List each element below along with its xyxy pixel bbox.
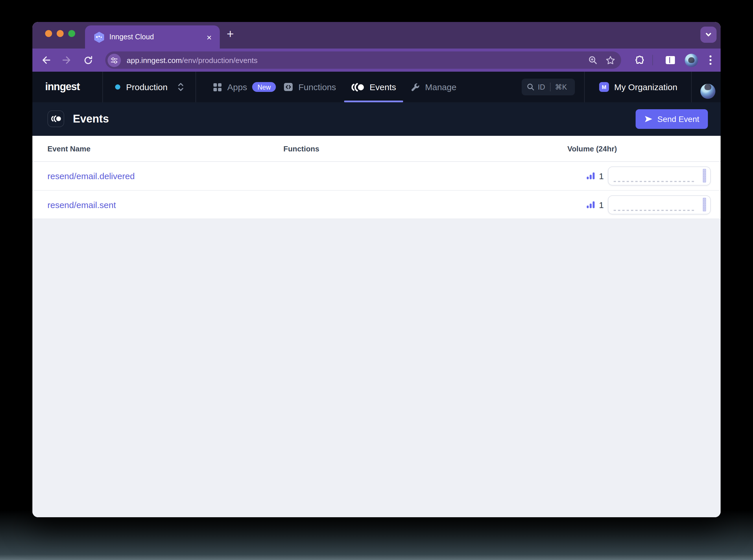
forward-icon — [62, 56, 72, 65]
screenshot-stage: Inngest Cloud × + — [0, 0, 753, 560]
extensions-button[interactable] — [634, 48, 645, 72]
bar-chart-icon — [586, 172, 595, 180]
volume-cell: 1 — [586, 162, 711, 190]
sparkline-bar — [703, 169, 706, 183]
nav-divider — [195, 72, 196, 102]
org-initial-badge: M — [599, 82, 609, 92]
search-divider — [550, 83, 550, 91]
page-title: Events — [73, 102, 109, 136]
column-header-functions: Functions — [283, 136, 319, 162]
tab-strip: Inngest Cloud × + — [32, 22, 721, 48]
inngest-logo[interactable]: inngest — [45, 72, 80, 102]
tab-search-chevron-button[interactable] — [700, 26, 717, 43]
user-menu[interactable] — [700, 79, 715, 95]
toolbar-divider — [652, 55, 653, 65]
nav-item-events[interactable]: Events — [351, 72, 396, 102]
functions-code-icon — [283, 82, 293, 92]
volume-value: 1 — [599, 171, 604, 181]
table-header: Event Name Functions Volume (24hr) — [32, 136, 721, 162]
browser-tab[interactable]: Inngest Cloud × — [85, 25, 220, 48]
new-tab-button[interactable]: + — [227, 28, 234, 40]
bar-chart-icon — [586, 200, 595, 209]
zoom-in-icon — [588, 56, 597, 65]
tune-icon — [111, 56, 118, 64]
nav-divider — [584, 72, 585, 102]
table-row[interactable]: resend/email.sent 1 — [32, 191, 721, 219]
org-switcher[interactable]: My Organization — [614, 72, 677, 102]
reload-icon — [83, 55, 93, 65]
browser-toolbar: app.inngest.com/env/production/events — [32, 48, 721, 72]
page-header: Events Send Event — [32, 102, 721, 136]
page-icon-box — [47, 111, 64, 127]
sparkline-baseline — [614, 209, 695, 211]
send-event-label: Send Event — [657, 115, 699, 124]
search-input[interactable]: ID ⌘K — [522, 79, 575, 95]
new-badge: New — [252, 82, 276, 92]
traffic-light-close[interactable] — [45, 30, 52, 37]
chevron-up-down-icon — [177, 82, 184, 92]
nav-item-apps[interactable]: Apps New — [213, 72, 276, 102]
browser-menu-button[interactable] — [709, 48, 712, 72]
column-header-volume: Volume (24hr) — [567, 136, 617, 162]
apps-grid-icon — [213, 82, 222, 92]
send-event-button[interactable]: Send Event — [635, 109, 708, 129]
nav-divider — [691, 72, 692, 102]
nav-item-functions[interactable]: Functions — [283, 72, 336, 102]
browser-profile-avatar[interactable] — [685, 48, 698, 72]
address-bar[interactable]: app.inngest.com/env/production/events — [105, 52, 621, 69]
nav-item-manage[interactable]: Manage — [411, 72, 456, 102]
url-text: app.inngest.com/env/production/events — [127, 56, 580, 64]
sparkline-bar — [703, 197, 706, 211]
tab-close-icon[interactable]: × — [204, 32, 214, 42]
environment-selector[interactable]: Production — [115, 72, 184, 102]
back-icon — [41, 56, 51, 65]
volume-cell: 1 — [586, 191, 711, 219]
avatar — [685, 54, 698, 67]
search-icon — [527, 83, 534, 91]
app-nav: inngest Production Apps New Functions — [32, 72, 721, 102]
tab-title: Inngest Cloud — [109, 33, 204, 41]
three-dot-menu-icon — [709, 55, 712, 65]
side-panel-icon — [665, 56, 676, 65]
zoom-page-button[interactable] — [588, 56, 597, 65]
search-shortcut: ⌘K — [555, 83, 567, 91]
send-icon — [644, 115, 653, 123]
table-row[interactable]: resend/email.delivered 1 — [32, 162, 721, 191]
side-panel-button[interactable] — [665, 48, 676, 72]
column-header-event-name: Event Name — [47, 136, 91, 162]
search-placeholder: ID — [538, 83, 545, 91]
back-button[interactable] — [39, 54, 52, 66]
event-name-link[interactable]: resend/email.delivered — [47, 162, 135, 190]
sparkline-baseline — [614, 181, 695, 182]
events-icon — [351, 82, 364, 92]
event-name-link[interactable]: resend/email.sent — [47, 191, 116, 219]
volume-sparkline[interactable] — [608, 166, 711, 185]
site-info-button[interactable] — [108, 54, 121, 67]
volume-sparkline[interactable] — [608, 195, 711, 214]
nav-item-label: Apps — [227, 82, 247, 92]
forward-button[interactable] — [60, 54, 73, 66]
browser-window: Inngest Cloud × + — [32, 22, 721, 517]
nav-item-label: Manage — [425, 82, 456, 92]
avatar — [700, 83, 715, 99]
reload-button[interactable] — [81, 54, 94, 66]
traffic-light-zoom[interactable] — [68, 30, 75, 37]
bookmark-button[interactable] — [605, 55, 615, 65]
inngest-favicon — [94, 32, 104, 42]
env-label: Production — [126, 82, 168, 92]
star-icon — [605, 55, 615, 65]
wrench-icon — [411, 82, 420, 92]
empty-content-area — [32, 242, 721, 517]
traffic-light-minimize[interactable] — [57, 30, 64, 37]
nav-item-label: Functions — [298, 82, 336, 92]
nav-item-label: Events — [370, 82, 396, 92]
nav-divider — [102, 72, 103, 102]
events-icon — [51, 115, 61, 122]
volume-value: 1 — [599, 200, 604, 209]
env-status-dot — [115, 84, 120, 89]
chevron-down-icon — [704, 31, 713, 39]
puzzle-icon — [634, 55, 645, 66]
